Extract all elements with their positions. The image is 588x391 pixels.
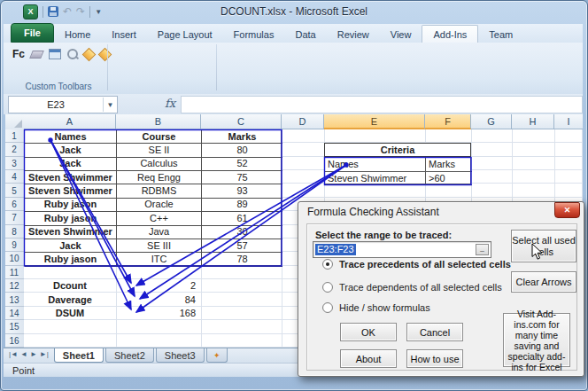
col-header-A[interactable]: A bbox=[24, 114, 116, 129]
cell-F4[interactable]: >60 bbox=[426, 172, 472, 186]
cell-A4[interactable]: Steven Shwimmer bbox=[25, 171, 117, 184]
window-tool-icon[interactable] bbox=[49, 49, 61, 59]
cell-B12[interactable]: 2 bbox=[116, 279, 196, 293]
tab-file[interactable]: File bbox=[11, 23, 54, 43]
name-box[interactable]: E23 ▼ bbox=[8, 96, 118, 113]
visit-add-ins-button[interactable]: Visit Add-ins.com for many time saving a… bbox=[503, 313, 570, 367]
cell-A14[interactable]: DSUM bbox=[24, 307, 116, 320]
cell-A10[interactable]: Ruby jason bbox=[25, 253, 117, 266]
radio-hide-show-formulas[interactable]: Hide / show formulas bbox=[322, 302, 430, 313]
clear-arrows-button[interactable]: Clear Arrows bbox=[511, 271, 576, 293]
radio-trace-dependents[interactable]: Trace dependents of all selected cells bbox=[322, 282, 502, 293]
radio-icon[interactable] bbox=[322, 282, 333, 293]
row-header[interactable]: 4 bbox=[5, 170, 23, 184]
collapse-dialog-button[interactable]: _ bbox=[476, 244, 489, 255]
cell-B13[interactable]: 84 bbox=[116, 293, 196, 307]
cell-A1[interactable]: Names bbox=[25, 130, 117, 144]
next-sheet-icon[interactable]: ► bbox=[30, 350, 37, 358]
sheet-tab-sheet2[interactable]: Sheet2 bbox=[105, 348, 154, 363]
cell-A8[interactable]: Steven Shwimmer bbox=[25, 226, 117, 239]
cell-C2[interactable]: 80 bbox=[202, 144, 282, 157]
cell-B10[interactable]: ITC bbox=[117, 253, 202, 266]
cell-C6[interactable]: 89 bbox=[202, 199, 282, 212]
cell-B9[interactable]: SE III bbox=[117, 239, 202, 253]
cell-A7[interactable]: Ruby jason bbox=[25, 212, 117, 225]
radio-selected-icon[interactable] bbox=[322, 259, 333, 270]
cell-C5[interactable]: 93 bbox=[202, 184, 282, 198]
col-header-I[interactable]: I bbox=[554, 114, 583, 129]
close-icon[interactable]: ✕ bbox=[554, 202, 580, 218]
cell-C8[interactable]: 30 bbox=[202, 226, 282, 239]
sheet-tab-sheet1[interactable]: Sheet1 bbox=[54, 348, 104, 363]
col-header-H[interactable]: H bbox=[512, 114, 554, 129]
customize-qat-icon[interactable]: ▼ bbox=[95, 8, 102, 16]
cell-B1[interactable]: Course bbox=[117, 130, 202, 144]
cell-E4[interactable]: Steven Shwimmer bbox=[325, 172, 426, 186]
excel-logo-icon[interactable]: X bbox=[23, 4, 38, 20]
cell-A3[interactable]: Jack bbox=[25, 158, 117, 171]
range-input[interactable]: E23:F23 _ bbox=[313, 241, 491, 258]
cell-A9[interactable]: Jack bbox=[25, 239, 117, 253]
cell-A5[interactable]: Steven Shwimmer bbox=[25, 184, 117, 198]
fx-icon[interactable]: fx bbox=[165, 97, 175, 110]
undo-icon[interactable]: ↶ bbox=[63, 6, 72, 17]
criteria-title-cell[interactable]: Criteria bbox=[324, 143, 471, 157]
col-header-F[interactable]: F bbox=[425, 114, 471, 129]
cell-B5[interactable]: RDBMS bbox=[117, 184, 202, 198]
last-sheet-icon[interactable]: ►| bbox=[40, 350, 49, 358]
cell-C10[interactable]: 78 bbox=[202, 253, 282, 266]
select-all-corner[interactable] bbox=[5, 114, 25, 130]
tab-team[interactable]: Team bbox=[478, 26, 523, 43]
tab-view[interactable]: View bbox=[380, 26, 422, 43]
cell-C3[interactable]: 52 bbox=[202, 158, 282, 171]
eraser-icon[interactable] bbox=[29, 51, 44, 59]
col-header-D[interactable]: D bbox=[282, 114, 324, 129]
insert-worksheet-tab-icon[interactable]: ✦ bbox=[206, 348, 228, 363]
about-button[interactable]: About bbox=[340, 349, 397, 368]
radio-icon[interactable] bbox=[322, 302, 333, 313]
tab-insert[interactable]: Insert bbox=[101, 26, 147, 43]
cell-E3[interactable]: Names bbox=[325, 158, 426, 172]
how-to-use-button[interactable]: How to use bbox=[406, 349, 463, 368]
cell-B7[interactable]: C++ bbox=[117, 212, 202, 225]
row-header[interactable]: 11 bbox=[5, 266, 23, 279]
formula-input[interactable] bbox=[181, 96, 583, 113]
row-header[interactable]: 8 bbox=[5, 225, 23, 239]
warning-diamond-icon[interactable] bbox=[98, 47, 112, 61]
col-header-G[interactable]: G bbox=[471, 114, 512, 129]
col-header-E[interactable]: E bbox=[324, 114, 425, 129]
cell-A13[interactable]: Daverage bbox=[24, 293, 116, 307]
radio-trace-precedents[interactable]: Trace precedents of all selected cells bbox=[322, 259, 511, 270]
tab-data[interactable]: Data bbox=[284, 26, 326, 43]
cell-A12[interactable]: Dcount bbox=[24, 279, 116, 293]
warning-diamond-icon[interactable] bbox=[82, 47, 97, 61]
cell-A6[interactable]: Ruby jason bbox=[25, 199, 117, 212]
magnifier-icon[interactable] bbox=[67, 49, 78, 59]
row-header[interactable]: 13 bbox=[5, 293, 23, 307]
tab-page-layout[interactable]: Page Layout bbox=[147, 26, 223, 43]
cell-B14[interactable]: 168 bbox=[116, 307, 196, 320]
cell-C7[interactable]: 61 bbox=[202, 212, 282, 225]
ok-button[interactable]: OK bbox=[340, 323, 397, 341]
tab-review[interactable]: Review bbox=[327, 26, 380, 43]
col-header-C[interactable]: C bbox=[201, 114, 282, 129]
prev-sheet-icon[interactable]: ◄ bbox=[20, 350, 27, 358]
cell-A2[interactable]: Jack bbox=[25, 144, 117, 157]
sheet-tab-sheet3[interactable]: Sheet3 bbox=[156, 348, 205, 363]
save-icon[interactable] bbox=[48, 6, 58, 17]
cell-C4[interactable]: 75 bbox=[202, 171, 282, 184]
row-header[interactable]: 3 bbox=[5, 157, 23, 170]
tab-home[interactable]: Home bbox=[54, 26, 101, 43]
row-header[interactable]: 15 bbox=[5, 320, 23, 333]
cell-C1[interactable]: Marks bbox=[202, 130, 282, 144]
cancel-button[interactable]: Cancel bbox=[406, 323, 463, 341]
first-sheet-icon[interactable]: |◄ bbox=[9, 350, 18, 358]
cell-B8[interactable]: Java bbox=[117, 226, 202, 239]
cell-B6[interactable]: Oracle bbox=[117, 199, 202, 212]
row-header[interactable]: 12 bbox=[5, 279, 23, 293]
cell-C9[interactable]: 57 bbox=[202, 239, 282, 253]
row-header[interactable]: 14 bbox=[5, 307, 23, 320]
select-all-used-cells-button[interactable]: Select all used cells bbox=[511, 230, 576, 262]
formula-checker-button[interactable]: Fc bbox=[12, 48, 25, 60]
row-header[interactable]: 16 bbox=[5, 334, 23, 348]
